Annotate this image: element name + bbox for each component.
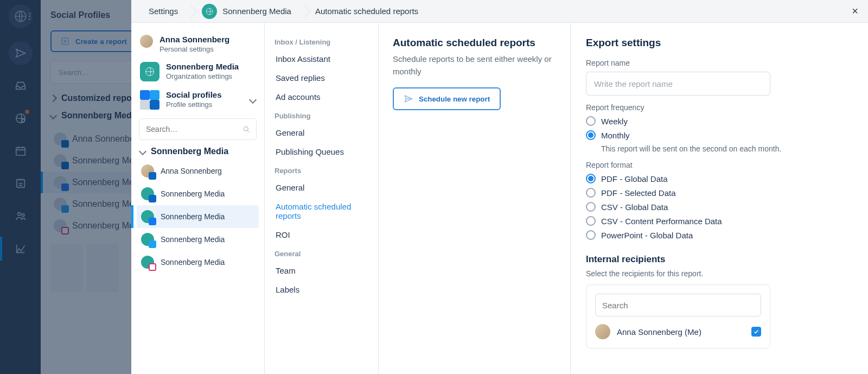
close-icon[interactable]: ×: [847, 5, 863, 17]
submenu-item[interactable]: ROI: [271, 225, 372, 244]
profile-search[interactable]: [139, 118, 257, 140]
avatar: [141, 164, 154, 178]
profile-group[interactable]: Sonnenberg Media: [140, 147, 256, 156]
schedule-new-report-button[interactable]: Schedule new report: [393, 87, 501, 110]
submenu-item[interactable]: Labels: [271, 280, 372, 299]
chevron-down-icon: [249, 96, 257, 104]
report-format-label: Report format: [586, 161, 853, 169]
account-name: Sonnenberg Media: [161, 235, 225, 244]
submenu-header: Inbox / Listening: [275, 38, 368, 46]
radio-label: PDF - Selected Data: [601, 188, 676, 198]
radio-icon: [586, 202, 596, 212]
recipient-row[interactable]: Anna Sonnenberg (Me): [595, 324, 761, 339]
org-avatar-icon: [140, 62, 159, 81]
profile-search-input[interactable]: [145, 124, 242, 134]
settings-submenu: Inbox / ListeningInbox AssistantSaved re…: [265, 23, 379, 374]
radio-label: Weekly: [601, 117, 628, 126]
report-frequency-label: Report frequency: [586, 103, 853, 112]
radio-icon: [586, 230, 596, 240]
submenu-header: Reports: [275, 167, 368, 175]
radio-label: PowerPoint - Global Data: [601, 231, 693, 240]
recipients-title: Internal recipients: [586, 254, 853, 265]
account-row[interactable]: Anna Sonnenberg: [137, 160, 259, 182]
nav-organization[interactable]: Sonnenberg MediaOrganization settings: [137, 58, 259, 86]
radio-icon: [586, 188, 596, 198]
submenu-item[interactable]: Automatic scheduled reports: [271, 197, 372, 225]
checkbox-checked-icon[interactable]: [751, 327, 761, 337]
report-name-input[interactable]: [586, 72, 770, 96]
recipient-name: Anna Sonnenberg (Me): [617, 327, 745, 337]
svg-point-10: [244, 126, 248, 131]
account-row[interactable]: Sonnenberg Media: [137, 251, 259, 274]
format-radio[interactable]: PowerPoint - Global Data: [586, 230, 853, 240]
format-radio[interactable]: PDF - Selected Data: [586, 188, 853, 198]
center-panel: Automatic scheduled reports Schedule rep…: [379, 23, 571, 374]
account-name: Sonnenberg Media: [161, 258, 225, 267]
account-name: Anna Sonnenberg: [161, 167, 222, 175]
social-profiles-icon: [140, 90, 159, 110]
radio-icon: [586, 216, 596, 226]
report-name-label: Report name: [586, 59, 853, 67]
submenu-item[interactable]: General: [271, 123, 372, 142]
format-radio[interactable]: CSV - Content Performance Data: [586, 216, 853, 226]
submenu-item[interactable]: Team: [271, 261, 372, 280]
avatar: [141, 233, 154, 246]
avatar: [595, 324, 610, 339]
frequency-radio[interactable]: Monthly: [586, 130, 853, 140]
radio-icon: [586, 174, 596, 183]
submenu-item[interactable]: General: [271, 178, 372, 197]
frequency-radio[interactable]: Weekly: [586, 116, 853, 126]
radio-label: CSV - Content Performance Data: [601, 217, 722, 226]
format-radio[interactable]: PDF - Global Data: [586, 174, 853, 183]
recipients-desc: Select the recipients for this report.: [586, 269, 853, 278]
account-name: Sonnenberg Media: [161, 189, 225, 198]
crumb-settings[interactable]: Settings: [137, 7, 190, 16]
center-title: Automatic scheduled reports: [393, 37, 556, 49]
radio-label: Monthly: [601, 131, 630, 140]
submenu-item[interactable]: Ad accounts: [271, 87, 372, 106]
account-name: Sonnenberg Media: [161, 212, 225, 221]
settings-modal: Settings Sonnenberg Media Automatic sche…: [131, 0, 868, 374]
crumb-page: Automatic scheduled reports: [303, 7, 430, 16]
submenu-header: Publishing: [275, 112, 368, 120]
search-icon: [242, 124, 251, 134]
format-radio[interactable]: CSV - Global Data: [586, 202, 853, 212]
export-settings-panel: Export settings Report name Report frequ…: [571, 23, 868, 374]
avatar: [141, 256, 154, 269]
export-title: Export settings: [586, 37, 853, 49]
avatar: [141, 210, 154, 223]
chevron-down-icon: [139, 148, 146, 155]
radio-icon: [586, 116, 596, 126]
submenu-item[interactable]: Inbox Assistant: [271, 49, 372, 68]
submenu-item[interactable]: Publishing Queues: [271, 142, 372, 161]
account-row[interactable]: Sonnenberg Media: [137, 205, 259, 228]
crumb-org[interactable]: Sonnenberg Media: [190, 4, 303, 19]
org-icon: [202, 4, 217, 19]
account-row[interactable]: Sonnenberg Media: [137, 182, 259, 205]
account-row[interactable]: Sonnenberg Media: [137, 228, 259, 251]
avatar: [140, 35, 153, 48]
radio-icon: [586, 130, 596, 140]
recipients-search-input[interactable]: [595, 294, 761, 316]
nav-personal[interactable]: Anna SonnenbergPersonal settings: [137, 30, 259, 58]
recipients-box: Anna Sonnenberg (Me): [586, 284, 770, 348]
radio-label: PDF - Global Data: [601, 174, 668, 183]
submenu-header: General: [275, 250, 368, 258]
frequency-hint: This report will be sent on the second o…: [601, 144, 853, 153]
breadcrumb: Settings Sonnenberg Media Automatic sche…: [131, 0, 868, 23]
submenu-item[interactable]: Saved replies: [271, 68, 372, 87]
radio-label: CSV - Global Data: [601, 202, 668, 212]
avatar: [141, 187, 154, 200]
settings-nav: Anna SonnenbergPersonal settings Sonnenb…: [131, 23, 265, 374]
center-desc: Schedule reports to be sent either weekl…: [393, 53, 556, 78]
nav-social-profiles[interactable]: Social profilesProfile settings: [137, 86, 259, 114]
